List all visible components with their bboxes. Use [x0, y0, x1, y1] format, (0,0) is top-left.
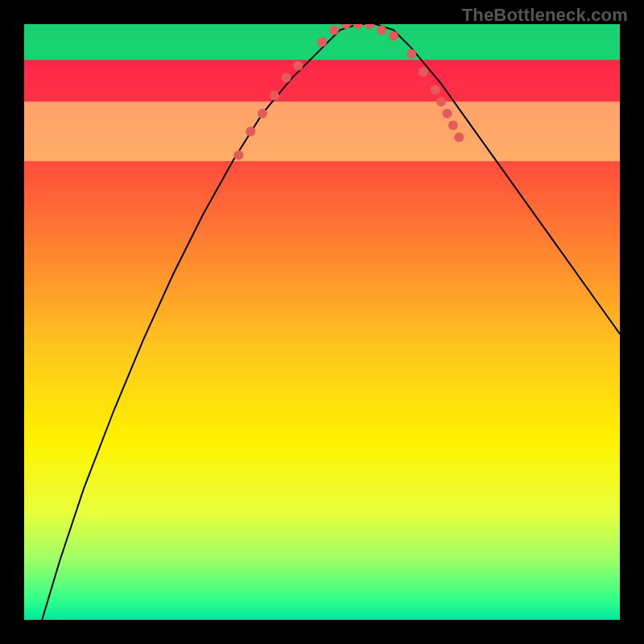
- marker-dot: [454, 133, 464, 142]
- marker-dot: [442, 109, 452, 118]
- marker-dot: [317, 37, 327, 47]
- plot-area: [24, 24, 620, 620]
- chart-frame: TheBottleneck.com: [0, 0, 644, 644]
- marker-dot: [431, 85, 440, 94]
- marker-dot: [377, 25, 386, 35]
- marker-dot: [270, 91, 279, 101]
- watermark-text: TheBottleneck.com: [462, 5, 628, 26]
- marker-dot: [246, 126, 255, 136]
- marker-dot: [282, 73, 291, 83]
- marker-dot: [293, 61, 303, 71]
- marker-dot: [448, 121, 458, 130]
- marker-dot: [407, 49, 416, 59]
- marker-dot: [389, 31, 398, 41]
- marker-dot: [329, 25, 339, 35]
- marker-dot: [258, 109, 267, 118]
- svg-rect-1: [24, 101, 620, 161]
- marker-dot: [419, 67, 428, 76]
- chart-svg: [24, 24, 620, 620]
- marker-dot: [233, 151, 243, 160]
- marker-dot: [436, 97, 446, 106]
